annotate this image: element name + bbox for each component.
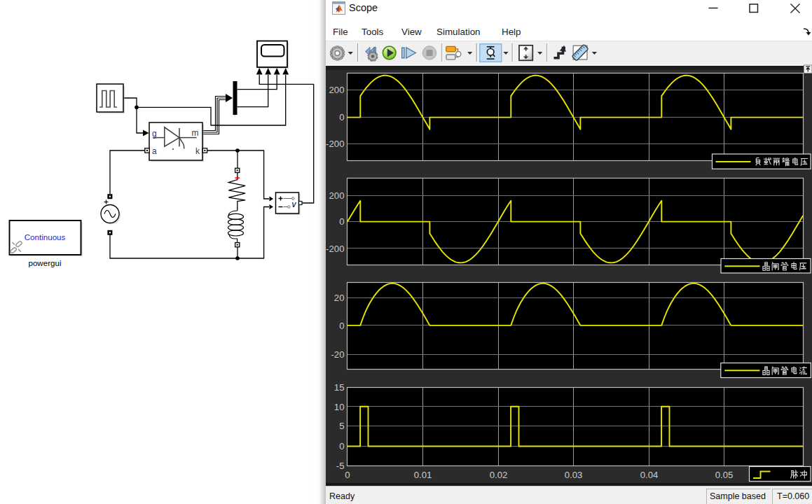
- svg-text:-200: -200: [326, 244, 344, 254]
- svg-text:m: m: [192, 128, 199, 138]
- svg-text:g: g: [152, 129, 157, 139]
- svg-text:200: 200: [329, 85, 344, 95]
- svg-text:-5: -5: [336, 461, 345, 471]
- svg-text:0.03: 0.03: [565, 470, 583, 480]
- svg-text:20: 20: [334, 293, 345, 303]
- svg-text:0: 0: [345, 470, 350, 480]
- svg-text:a: a: [152, 146, 157, 156]
- svg-text:0: 0: [339, 321, 344, 331]
- svg-text:0: 0: [339, 441, 344, 451]
- svg-text:15: 15: [334, 382, 345, 393]
- svg-text:0.01: 0.01: [414, 470, 432, 480]
- svg-text:0.02: 0.02: [490, 470, 508, 480]
- svg-text:-200: -200: [326, 139, 344, 149]
- svg-text:0.04: 0.04: [640, 470, 659, 480]
- svg-text:5: 5: [339, 421, 344, 431]
- svg-text:0: 0: [339, 112, 344, 122]
- svg-text:0: 0: [339, 216, 344, 227]
- svg-text:-20: -20: [331, 349, 344, 360]
- svg-text:Continuous: Continuous: [25, 232, 66, 241]
- svg-text:200: 200: [329, 190, 344, 201]
- svg-text:powergui: powergui: [28, 258, 61, 267]
- svg-text:0.05: 0.05: [715, 470, 734, 480]
- svg-text:k: k: [195, 146, 200, 156]
- svg-text:10: 10: [334, 402, 345, 412]
- svg-text:v: v: [292, 200, 297, 209]
